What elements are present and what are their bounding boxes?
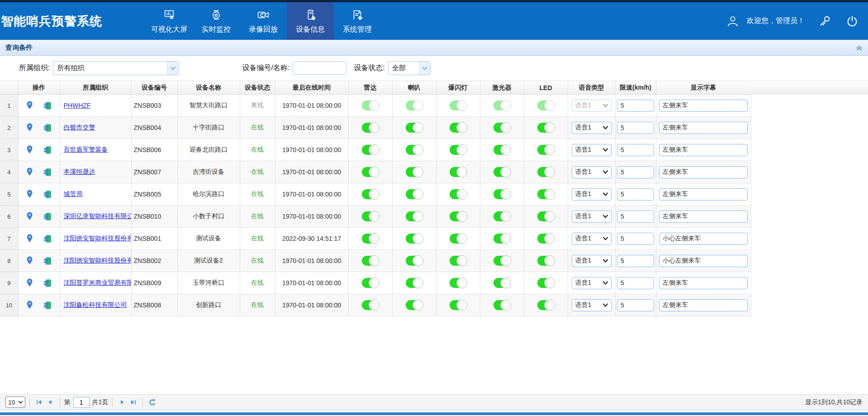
org-link[interactable]: 百世盾军警装备: [64, 146, 108, 153]
refresh-icon[interactable]: [147, 397, 158, 408]
org-link[interactable]: 本溪恒晟达: [64, 168, 95, 175]
laser-toggle[interactable]: [493, 145, 510, 155]
locate-map-pin-icon[interactable]: [25, 301, 36, 308]
laser-toggle[interactable]: [493, 189, 510, 199]
strobe-toggle[interactable]: [450, 145, 466, 155]
voice-type-select[interactable]: 语音1: [572, 255, 612, 267]
org-link[interactable]: 城管局: [64, 190, 83, 197]
page-number-input[interactable]: [73, 397, 90, 408]
locate-map-pin-icon[interactable]: [25, 190, 36, 197]
nav-item-visual-screen[interactable]: 可视化大屏: [146, 2, 193, 40]
speed-limit-input[interactable]: [617, 210, 654, 223]
horn-toggle[interactable]: [406, 256, 422, 266]
subtitle-input[interactable]: [659, 277, 748, 289]
strobe-toggle[interactable]: [450, 300, 466, 310]
voice-type-select[interactable]: 语音1: [572, 233, 612, 245]
voice-type-select[interactable]: 语音1: [572, 277, 612, 289]
horn-toggle[interactable]: [406, 300, 422, 310]
locate-map-pin-icon[interactable]: [25, 146, 36, 153]
subtitle-input[interactable]: [659, 122, 748, 134]
org-link[interactable]: 沈阳德安智能科技股份有: [64, 234, 132, 242]
password-key-icon[interactable]: [818, 14, 832, 28]
subtitle-input[interactable]: [659, 100, 748, 112]
subtitle-input[interactable]: [659, 233, 748, 245]
led-toggle[interactable]: [537, 145, 554, 155]
speed-limit-input[interactable]: [617, 100, 654, 112]
status-filter-select[interactable]: 全部: [388, 61, 431, 75]
locate-map-pin-icon[interactable]: [25, 168, 36, 175]
led-toggle[interactable]: [537, 278, 554, 288]
radar-toggle[interactable]: [362, 256, 379, 266]
subtitle-input[interactable]: [659, 255, 748, 267]
strobe-toggle[interactable]: [450, 278, 466, 288]
strobe-toggle[interactable]: [450, 167, 466, 177]
power-logout-icon[interactable]: [845, 14, 859, 28]
strobe-toggle[interactable]: [450, 211, 466, 221]
radar-toggle[interactable]: [362, 278, 379, 288]
led-toggle[interactable]: [537, 256, 554, 266]
locate-map-pin-icon[interactable]: [25, 279, 36, 286]
led-toggle[interactable]: [537, 189, 554, 199]
org-filter-select[interactable]: 所有组织: [53, 61, 179, 75]
horn-toggle[interactable]: [406, 145, 422, 155]
voice-type-select[interactable]: 语音1: [572, 166, 612, 178]
org-link[interactable]: 沈阳普罗米商业贸易有限: [64, 279, 132, 286]
laser-toggle[interactable]: [493, 123, 510, 133]
speed-limit-input[interactable]: [617, 277, 654, 289]
org-link[interactable]: 沈阳鑫松科技有限公司: [64, 301, 127, 308]
locate-map-pin-icon[interactable]: [25, 101, 36, 109]
voice-type-select[interactable]: 语音1: [572, 100, 612, 112]
locate-map-pin-icon[interactable]: [25, 234, 36, 242]
radar-toggle[interactable]: [362, 145, 379, 155]
voice-type-select[interactable]: 语音1: [572, 144, 612, 156]
radar-toggle[interactable]: [362, 211, 379, 221]
locate-map-pin-icon[interactable]: [25, 257, 36, 264]
record-log-icon[interactable]: [43, 257, 52, 264]
laser-toggle[interactable]: [493, 211, 510, 221]
radar-toggle[interactable]: [362, 189, 379, 199]
laser-toggle[interactable]: [493, 100, 510, 110]
record-log-icon[interactable]: [43, 279, 52, 286]
nav-item-video-playback[interactable]: 录像回放: [240, 2, 287, 40]
subtitle-input[interactable]: [659, 210, 748, 223]
horn-toggle[interactable]: [406, 189, 422, 199]
subtitle-input[interactable]: [659, 188, 748, 201]
led-toggle[interactable]: [537, 167, 554, 177]
radar-toggle[interactable]: [362, 123, 379, 133]
org-link[interactable]: 深圳亿录智能科技有限公: [64, 212, 132, 220]
radar-toggle[interactable]: [362, 300, 379, 310]
strobe-toggle[interactable]: [450, 256, 466, 266]
laser-toggle[interactable]: [493, 167, 510, 177]
prev-page-button[interactable]: [45, 397, 56, 408]
page-size-select[interactable]: 10: [5, 397, 25, 408]
last-page-button[interactable]: [128, 397, 138, 408]
nav-item-live-monitor[interactable]: 实时监控: [193, 2, 240, 40]
strobe-toggle[interactable]: [450, 234, 466, 244]
speed-limit-input[interactable]: [617, 255, 654, 267]
record-log-icon[interactable]: [43, 190, 52, 197]
record-log-icon[interactable]: [43, 146, 52, 153]
locate-map-pin-icon[interactable]: [25, 212, 36, 220]
voice-type-select[interactable]: 语音1: [572, 188, 612, 201]
nav-item-device-info[interactable]: 设备信息: [287, 2, 334, 40]
led-toggle[interactable]: [537, 100, 554, 110]
speed-limit-input[interactable]: [617, 233, 654, 245]
laser-toggle[interactable]: [493, 234, 510, 244]
speed-limit-input[interactable]: [617, 299, 654, 311]
subtitle-input[interactable]: [659, 299, 748, 311]
strobe-toggle[interactable]: [450, 123, 466, 133]
org-link[interactable]: 沈阳德安智能科技股份有: [64, 257, 132, 264]
device-filter-input[interactable]: [293, 62, 346, 75]
record-log-icon[interactable]: [43, 212, 52, 220]
laser-toggle[interactable]: [493, 278, 510, 288]
speed-limit-input[interactable]: [617, 122, 654, 134]
next-page-button[interactable]: [117, 397, 128, 408]
collapse-panel-icon[interactable]: [856, 44, 863, 51]
voice-type-select[interactable]: 语音1: [572, 210, 612, 223]
strobe-toggle[interactable]: [450, 189, 466, 199]
record-log-icon[interactable]: [43, 168, 52, 175]
voice-type-select[interactable]: 语音1: [572, 122, 612, 134]
radar-toggle[interactable]: [362, 167, 379, 177]
horn-toggle[interactable]: [406, 278, 422, 288]
locate-map-pin-icon[interactable]: [25, 124, 36, 131]
